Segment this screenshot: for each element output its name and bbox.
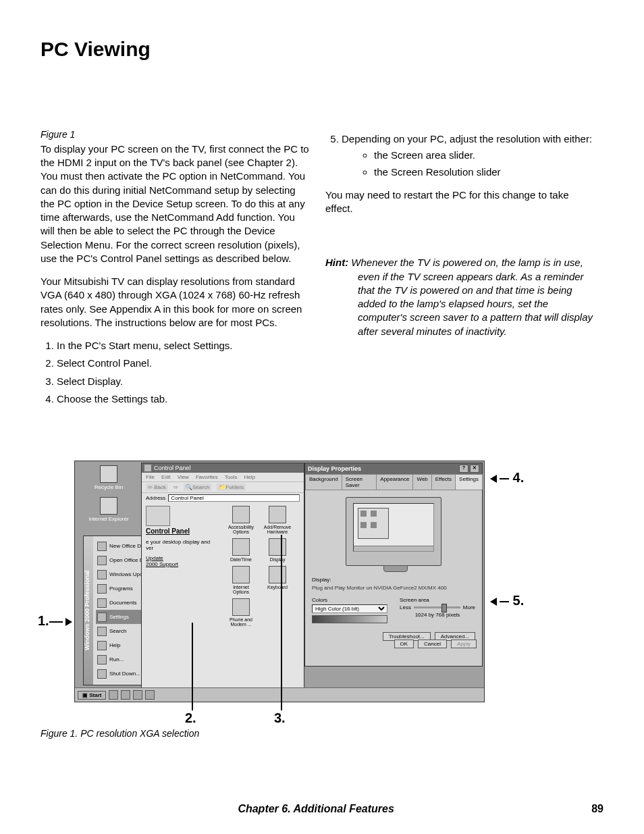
dp-tabs: Background Screen Saver Appearance Web E… (305, 474, 482, 490)
help-button[interactable]: ? (459, 465, 468, 473)
window-controls: ? ✕ (459, 465, 479, 473)
cp-datetime[interactable]: Date/Time (227, 538, 255, 562)
settings-icon (97, 613, 107, 622)
ok-button[interactable]: OK (394, 640, 414, 648)
area-slider[interactable]: Less More 1024 by 768 pixels (400, 604, 475, 618)
colors-select[interactable]: High Color (16 bit) (312, 604, 387, 613)
menu-tools[interactable]: Tools (225, 474, 238, 480)
bullet-screen-resolution: the Screen Resolution slider (374, 165, 595, 179)
tray-icon[interactable] (145, 690, 155, 700)
document-icon (97, 542, 107, 551)
update-icon (97, 570, 107, 579)
start-button[interactable]: ▣ Start (78, 691, 106, 700)
right-column: Depending on your PC, adjust the resolut… (325, 128, 595, 414)
search-button[interactable]: 🔍Search (184, 484, 211, 491)
keyboard-icon (269, 566, 286, 583)
colors-group: Colors High Color (16 bit) (312, 597, 387, 623)
ie-label: Internet Explorer (82, 516, 136, 522)
step-3: Select Display. (57, 375, 311, 388)
resolution-value: 1024 by 768 pixels (415, 612, 460, 618)
dp-body: Display: Plug and Play Monitor on NVIDIA… (305, 490, 482, 652)
cp-phone-modem[interactable]: Phone and Modem ... (227, 598, 255, 627)
colors-label: Colors (312, 597, 387, 603)
figure-reference: Figure 1 (41, 128, 311, 141)
cp-body: Control Panel e your desktop display and… (142, 503, 304, 679)
menu-view[interactable]: View (178, 474, 189, 480)
steps-list-right: Depending on your PC, adjust the resolut… (325, 132, 595, 179)
cp-header: Control Panel (146, 527, 211, 535)
tray-icon[interactable] (109, 690, 118, 700)
display-label: Display: (312, 577, 331, 583)
area-label: Screen area (400, 597, 475, 603)
intro-paragraph-2: Your Mitsubishi TV can display resolutio… (41, 275, 311, 330)
control-panel-big-icon (146, 506, 170, 526)
menu-favorites[interactable]: Favorites (196, 474, 218, 480)
menu-edit[interactable]: Edit (161, 474, 171, 480)
hint-paragraph: Hint: Whenever the TV is powered on, the… (325, 256, 595, 338)
clock-icon (232, 538, 250, 556)
more-label: More (463, 604, 475, 610)
steps-list-left: In the PC's Start menu, select Settings.… (41, 339, 311, 406)
cp-keyboard[interactable]: Keyboard (263, 566, 292, 594)
preview-window-icon (358, 508, 389, 539)
less-label: Less (400, 604, 411, 610)
search-icon (97, 627, 107, 636)
cp-accessibility[interactable]: Accessibility Options (227, 506, 255, 534)
dp-titlebar[interactable]: Display Properties ? ✕ (305, 463, 482, 474)
step-1: In the PC's Start menu, select Settings. (57, 339, 311, 353)
desktop-icons: Recycle Bin Internet Explorer (82, 465, 136, 529)
cp-internet[interactable]: Internet Options (227, 566, 255, 594)
cp-link-2000[interactable]: 2000 Support (146, 561, 211, 567)
menu-file[interactable]: File (146, 474, 155, 480)
recycle-bin-icon (100, 465, 117, 483)
tab-screensaver[interactable]: Screen Saver (342, 474, 377, 490)
tab-background[interactable]: Background (305, 474, 342, 490)
footer: Chapter 6. Additional Features 89 (41, 803, 603, 815)
left-column: Figure 1 To display your PC screen on th… (41, 128, 311, 414)
step-5-text: Depending on your PC, adjust the resolut… (342, 133, 592, 145)
step-4: Choose the Settings tab. (57, 392, 311, 406)
forward-icon[interactable]: ⇨ (173, 484, 178, 490)
cp-info-panel: Control Panel e your desktop display and… (146, 506, 211, 567)
tab-effects[interactable]: Effects (431, 474, 456, 490)
cp-desc1: e your desktop display and ver (146, 539, 211, 551)
page-title: PC Viewing (41, 38, 603, 61)
tray-icon[interactable] (121, 690, 130, 700)
tab-web[interactable]: Web (412, 474, 431, 490)
folders-button[interactable]: 📁Folders (217, 484, 246, 491)
display-value: Plug and Play Monitor on NVIDIA GeForce2… (312, 585, 447, 591)
cp-titlebar[interactable]: Control Panel (142, 463, 304, 473)
hint-body: Whenever the TV is powered on, the lamp … (351, 257, 593, 336)
callout-4: 4. (490, 470, 524, 486)
monitor-screen (353, 503, 434, 552)
start-menu-strip: Windows 2000 Professional (84, 536, 93, 685)
cp-link-update[interactable]: Update (146, 555, 211, 561)
tray-icon[interactable] (133, 690, 142, 700)
desktop-icon-recycle[interactable]: Recycle Bin (82, 465, 136, 490)
monitor-stand-icon (383, 565, 408, 572)
callout-3: 3. (274, 710, 286, 726)
menu-help[interactable]: Help (244, 474, 254, 480)
cp-address-bar: Address Control Panel (142, 493, 304, 503)
display-properties-window: Display Properties ? ✕ Background Screen… (304, 463, 483, 667)
cancel-button[interactable]: Cancel (418, 640, 447, 648)
cp-add-remove-hw[interactable]: Add/Remove Hardware (263, 506, 292, 534)
tab-appearance[interactable]: Appearance (376, 474, 413, 490)
hardware-icon (269, 506, 286, 523)
cp-display[interactable]: Display (263, 538, 292, 562)
desktop-icon-ie[interactable]: Internet Explorer (82, 497, 136, 522)
display-icon (269, 538, 286, 556)
help-icon (97, 641, 107, 650)
address-field[interactable]: Control Panel (168, 494, 300, 502)
step-2: Select Control Panel. (57, 357, 311, 370)
step-5-bullets: the Screen area slider. the Screen Resol… (342, 149, 595, 179)
hint-label: Hint: (325, 257, 348, 268)
apply-button[interactable]: Apply (451, 640, 477, 648)
screenshot: Recycle Bin Internet Explorer Windows 20… (74, 461, 485, 702)
step-5: Depending on your PC, adjust the resolut… (342, 132, 595, 179)
slider-thumb-icon[interactable] (441, 604, 447, 613)
tab-settings[interactable]: Settings (455, 474, 483, 490)
callout-2-line (192, 623, 193, 710)
back-button[interactable]: ⇦ Back (146, 484, 168, 491)
close-button[interactable]: ✕ (470, 465, 479, 473)
